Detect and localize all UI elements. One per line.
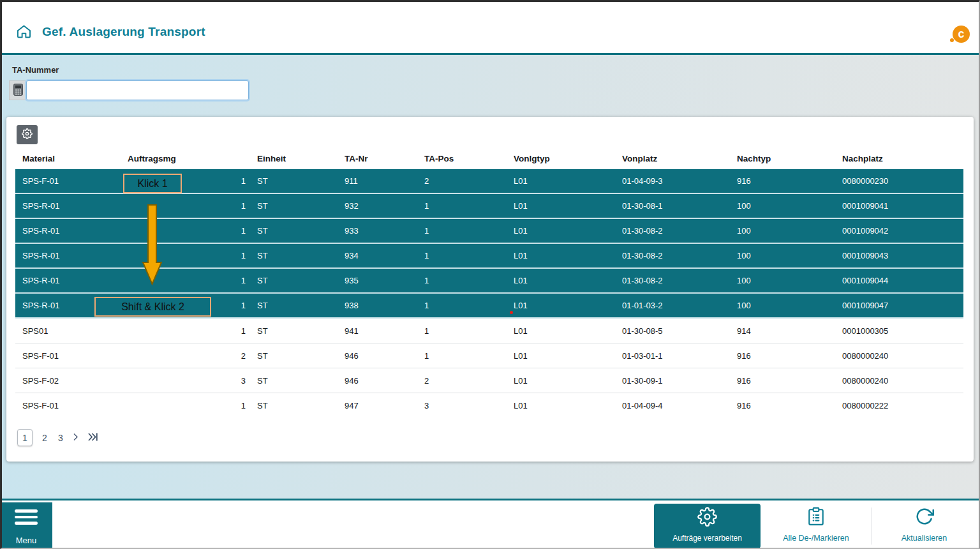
table-cell: 0001009044	[842, 276, 963, 285]
table-cell: 947	[345, 401, 424, 410]
keypad-icon	[13, 84, 23, 98]
annotation-down-arrow	[142, 204, 163, 288]
toggle-mark-all-button[interactable]: Alle De-/Markieren	[762, 504, 870, 548]
table-cell: 938	[345, 301, 424, 310]
table-cell: 941	[345, 326, 424, 336]
table-cell: L01	[514, 176, 622, 186]
table-cell: L01	[514, 376, 622, 386]
brand-logo-letter: c	[958, 28, 964, 40]
table-cell: 934	[345, 251, 424, 260]
annotation-click2-label: Shift & Klick 2	[121, 301, 184, 313]
table-row[interactable]: SPS-F-012ST9461L0101-03-01-1916008000024…	[15, 343, 963, 368]
table-cell: 1	[424, 251, 514, 260]
table-cell: 933	[345, 226, 424, 236]
table-cell: L01	[514, 276, 622, 285]
toggle-mark-all-label: Alle De-/Markieren	[783, 534, 849, 543]
column-header-ta-nr: TA-Nr	[345, 154, 424, 163]
table-cell: L01	[514, 251, 622, 260]
table-cell: 100	[737, 226, 842, 236]
column-header-vonplatz: Vonplatz	[622, 154, 737, 163]
column-header-nachtyp: Nachtyp	[737, 154, 842, 163]
table-cell: 01-30-08-2	[622, 251, 737, 260]
table-cell: L01	[514, 401, 622, 410]
table-cell: 916	[737, 376, 842, 386]
home-icon[interactable]	[17, 25, 31, 38]
table-cell: 914	[737, 326, 842, 336]
table-cell: 0080000230	[842, 176, 963, 186]
table-cell: SPS-F-02	[22, 376, 128, 386]
table-cell: SPS01	[22, 326, 128, 336]
refresh-label: Aktualisieren	[902, 534, 947, 543]
keypad-button[interactable]	[9, 80, 26, 100]
table-cell: 0001009043	[842, 251, 963, 260]
ta-nummer-field-group	[9, 80, 249, 100]
process-orders-button[interactable]: Aufträge verarbeiten	[654, 504, 761, 548]
table-cell: 0080000222	[842, 401, 963, 410]
table-cell: 1	[424, 201, 514, 211]
table-cell: ST	[249, 326, 345, 336]
table-cell: 946	[345, 376, 424, 386]
orders-table-card: MaterialAuftragsmgEinheitTA-NrTA-PosVonl…	[6, 117, 974, 462]
page-button-2[interactable]: 2	[41, 433, 48, 443]
column-header-auftragsmg: Auftragsmg	[128, 154, 249, 163]
table-cell: 1	[128, 401, 249, 410]
table-cell: 1	[128, 326, 249, 336]
table-cell: ST	[249, 226, 345, 236]
table-cell: 3	[424, 401, 514, 410]
table-row[interactable]: SPS-F-011ST9473L0101-04-09-4916008000022…	[15, 393, 963, 418]
table-cell: 100	[737, 276, 842, 285]
next-page-button[interactable]	[73, 433, 79, 443]
table-cell: 01-30-08-2	[622, 226, 737, 236]
table-cell: 916	[737, 401, 842, 410]
table-cell: ST	[249, 201, 345, 211]
app-window: Gef. Auslagerung Transport c TA-Nummer	[0, 0, 980, 549]
table-cell: ST	[249, 176, 345, 186]
table-row[interactable]: SPS011ST9411L0101-30-08-59140001000305	[15, 319, 963, 343]
table-cell: 01-30-08-5	[622, 326, 737, 336]
table-cell: 01-30-09-1	[622, 376, 737, 386]
table-cell: SPS-R-01	[22, 276, 128, 285]
annotation-click2-box: Shift & Klick 2	[94, 297, 211, 317]
table-cell: SPS-F-01	[22, 401, 128, 410]
last-page-button[interactable]	[87, 433, 98, 443]
table-cell: L01	[514, 351, 622, 361]
table-cell: 2	[128, 351, 249, 361]
clipboard-checklist-icon	[808, 507, 824, 528]
app-header: Gef. Auslagerung Transport c	[0, 0, 980, 55]
table-cell: 916	[737, 351, 842, 361]
table-cell: 0001009041	[842, 201, 963, 211]
page-button-3[interactable]: 3	[57, 433, 64, 443]
table-cell: 1	[424, 226, 514, 236]
refresh-icon	[915, 507, 934, 528]
table-cell: SPS-F-01	[22, 351, 128, 361]
refresh-button[interactable]: Aktualisieren	[872, 504, 976, 548]
table-cell: 100	[737, 301, 842, 310]
last-page-icon	[87, 433, 98, 443]
table-cell: 100	[737, 251, 842, 260]
table-cell: L01	[514, 226, 622, 236]
table-cell: SPS-R-01	[22, 226, 128, 236]
table-cell: 911	[345, 176, 424, 186]
page-button-1[interactable]: 1	[17, 429, 33, 446]
menu-button[interactable]: Menu	[0, 502, 52, 549]
chevron-right-icon	[73, 433, 79, 443]
table-cell: L01	[514, 301, 622, 310]
column-header-einheit: Einheit	[249, 154, 345, 163]
pagination: 123	[17, 429, 98, 446]
ta-nummer-input[interactable]	[26, 80, 249, 100]
table-cell: SPS-F-01	[22, 176, 128, 186]
column-header-material: Material	[22, 154, 128, 163]
grid-settings-button[interactable]	[17, 125, 38, 144]
table-cell: 01-04-09-4	[622, 401, 737, 410]
annotation-click1-box: Klick 1	[123, 174, 182, 193]
table-row[interactable]: SPS-F-023ST9462L0101-30-09-1916008000024…	[15, 368, 963, 393]
table-cell: 0080000240	[842, 351, 963, 361]
column-header-vonlgtyp: Vonlgtyp	[514, 154, 622, 163]
table-cell: 1	[424, 276, 514, 285]
table-cell: 0001009042	[842, 226, 963, 236]
table-cell: ST	[249, 276, 345, 285]
table-cell: L01	[514, 201, 622, 211]
table-cell: ST	[249, 351, 345, 361]
table-cell: 935	[345, 276, 424, 285]
table-cell: 916	[737, 176, 842, 186]
